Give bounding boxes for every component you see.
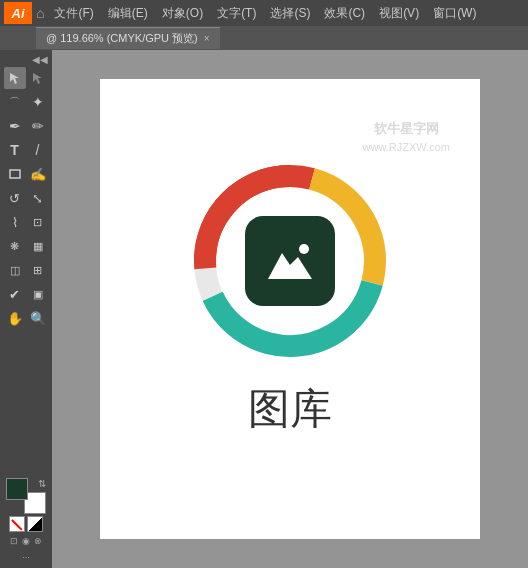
tool-row-4: T / [0,138,52,162]
inner-icon [245,216,335,306]
mountain-icon-svg [260,231,320,291]
extra-tools-row: ⊡ ◉ ⊗ [10,536,42,546]
rectangle-tool[interactable] [4,163,26,185]
extra-tool-2[interactable]: ◉ [22,536,30,546]
donut-chart [190,161,390,361]
black-white-swatch[interactable] [27,516,43,532]
icon-container: 图库 [190,161,390,437]
tool-row-10: ✔ ▣ [0,282,52,306]
extra-tool-3[interactable]: ⊗ [34,536,42,546]
extra-tool-1[interactable]: ⊡ [10,536,18,546]
tool-row-9: ◫ ⊞ [0,258,52,282]
toolbar: ◀◀ ⌒ ✦ ✒ ✏ T / ✍ ↺ [0,50,52,568]
tool-row-1 [0,66,52,90]
mesh-tool[interactable]: ⊞ [27,259,49,281]
tool-row-11: ✋ 🔍 [0,306,52,330]
menu-type[interactable]: 文字(T) [211,3,262,24]
symbol-tool[interactable]: ❋ [4,235,26,257]
foreground-color-swatch[interactable] [6,478,28,500]
tool-row-3: ✒ ✏ [0,114,52,138]
menu-edit[interactable]: 编辑(E) [102,3,154,24]
type-tool[interactable]: T [4,139,26,161]
tool-row-2: ⌒ ✦ [0,90,52,114]
watermark-line2: www.RJZXW.com [363,139,450,156]
line-tool[interactable]: / [27,139,49,161]
tab-label: @ 119.66% (CMYK/GPU 预览) [46,31,198,46]
warp-tool[interactable]: ⌇ [4,211,26,233]
main-area: ◀◀ ⌒ ✦ ✒ ✏ T / ✍ ↺ [0,50,528,568]
magic-wand-tool[interactable]: ✦ [27,91,49,113]
menu-view[interactable]: 视图(V) [373,3,425,24]
tool-row-7: ⌇ ⊡ [0,210,52,234]
rotate-tool[interactable]: ↺ [4,187,26,209]
menu-effect[interactable]: 效果(C) [318,3,371,24]
zoom-tool[interactable]: 🔍 [27,307,49,329]
tool-row-6: ↺ ⤡ [0,186,52,210]
svg-point-4 [299,244,309,254]
none-swatch[interactable] [9,516,25,532]
gradient-tool[interactable]: ◫ [4,259,26,281]
svg-rect-0 [10,170,20,178]
ai-logo: Ai [4,2,32,24]
swap-colors-icon[interactable]: ⇅ [38,478,46,489]
tool-row-5: ✍ [0,162,52,186]
column-graph-tool[interactable]: ▦ [27,235,49,257]
menu-window[interactable]: 窗口(W) [427,3,482,24]
menu-select[interactable]: 选择(S) [264,3,316,24]
watermark: 软牛星字网 www.RJZXW.com [363,119,450,155]
svg-rect-2 [264,235,316,287]
document-tab[interactable]: @ 119.66% (CMYK/GPU 预览) × [36,27,220,49]
free-transform-tool[interactable]: ⊡ [27,211,49,233]
paintbrush-tool[interactable]: ✍ [27,163,49,185]
canvas-area: 软牛星字网 www.RJZXW.com [52,50,528,568]
menu-object[interactable]: 对象(O) [156,3,209,24]
direct-selection-tool[interactable] [27,67,49,89]
menu-file[interactable]: 文件(F) [48,3,99,24]
home-icon[interactable]: ⌂ [36,5,44,21]
eyedropper-tool[interactable]: ✔ [4,283,26,305]
tab-close-button[interactable]: × [204,33,210,44]
selection-tool[interactable] [4,67,26,89]
anchor-tool[interactable]: ✏ [27,115,49,137]
watermark-line1: 软牛星字网 [363,119,450,139]
pen-tool[interactable]: ✒ [4,115,26,137]
scale-tool[interactable]: ⤡ [27,187,49,209]
toolbar-collapse[interactable]: ◀◀ [0,52,52,66]
hand-tool[interactable]: ✋ [4,307,26,329]
color-section: ⇅ ⊡ ◉ ⊗ ··· [6,474,46,566]
more-tools[interactable]: ··· [22,552,30,562]
title-bar: Ai ⌂ 文件(F) 编辑(E) 对象(O) 文字(T) 选择(S) 效果(C)… [0,0,528,26]
menu-bar: 文件(F) 编辑(E) 对象(O) 文字(T) 选择(S) 效果(C) 视图(V… [48,3,524,24]
tool-row-8: ❋ ▦ [0,234,52,258]
main-label: 图库 [248,381,332,437]
tab-bar: @ 119.66% (CMYK/GPU 预览) × [0,26,528,50]
swatch-row [9,516,43,532]
color-swatches: ⇅ [6,478,46,514]
lasso-tool[interactable]: ⌒ [4,91,26,113]
artboard: 软牛星字网 www.RJZXW.com [100,79,480,539]
measure-tool[interactable]: ▣ [27,283,49,305]
